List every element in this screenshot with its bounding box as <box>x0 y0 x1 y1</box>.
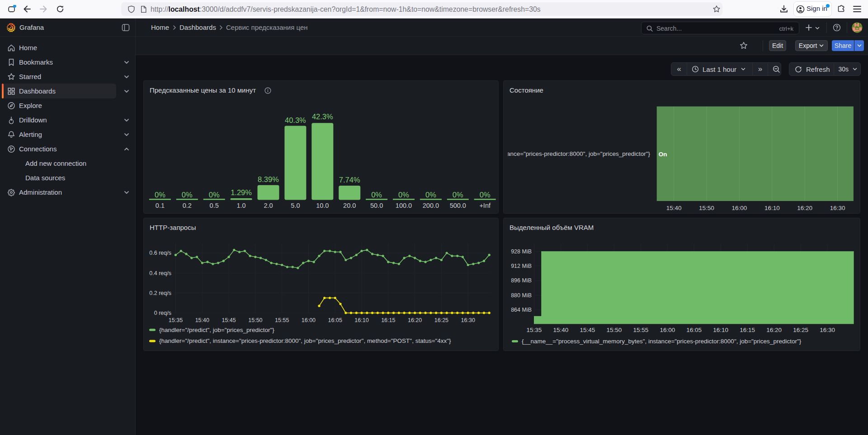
svg-text:7.74%: 7.74% <box>339 176 360 184</box>
svg-text:{instance="prices-predictor:80: {instance="prices-predictor:8000", job="… <box>504 150 650 157</box>
svg-text:16:10: 16:10 <box>713 327 728 333</box>
svg-text:+Inf: +Inf <box>479 202 491 209</box>
svg-text:0%: 0% <box>453 191 463 199</box>
svg-text:912 MiB: 912 MiB <box>511 263 532 269</box>
svg-text:5.0: 5.0 <box>291 202 300 209</box>
svg-text:15:50: 15:50 <box>699 205 714 211</box>
svg-text:16:20: 16:20 <box>408 317 422 323</box>
svg-text:16:30: 16:30 <box>830 205 845 211</box>
svg-text:0%: 0% <box>155 191 165 199</box>
svg-text:20.0: 20.0 <box>343 202 356 209</box>
svg-text:50.0: 50.0 <box>370 202 383 209</box>
svg-text:0.1: 0.1 <box>156 202 165 209</box>
svg-text:8.39%: 8.39% <box>258 175 279 183</box>
svg-text:0%: 0% <box>425 191 436 199</box>
svg-text:928 MiB: 928 MiB <box>511 248 532 255</box>
svg-text:500.0: 500.0 <box>450 202 466 209</box>
svg-text:16:00: 16:00 <box>302 317 316 323</box>
svg-text:200.0: 200.0 <box>423 202 439 209</box>
svg-text:15:40: 15:40 <box>666 205 682 211</box>
svg-text:15:55: 15:55 <box>275 317 289 323</box>
svg-text:0%: 0% <box>209 191 220 199</box>
svg-text:0%: 0% <box>182 191 193 199</box>
svg-text:{__name__="process_virtual_mem: {__name__="process_virtual_memory_bytes"… <box>522 338 802 345</box>
svg-text:100.0: 100.0 <box>396 202 412 209</box>
svg-text:15:50: 15:50 <box>248 317 262 323</box>
svg-text:{handler="/predict", job="pric: {handler="/predict", job="prices_predict… <box>159 327 274 333</box>
svg-text:16:00: 16:00 <box>660 327 675 333</box>
svg-text:16:30: 16:30 <box>820 327 835 333</box>
svg-text:16:15: 16:15 <box>381 317 395 323</box>
svg-text:2.0: 2.0 <box>264 202 273 209</box>
svg-text:0%: 0% <box>371 191 382 199</box>
svg-text:On: On <box>659 151 667 158</box>
svg-text:1.0: 1.0 <box>237 202 246 209</box>
svg-text:0%: 0% <box>480 191 491 199</box>
svg-text:0.2: 0.2 <box>183 202 192 209</box>
svg-text:0%: 0% <box>398 191 409 199</box>
svg-text:896 MiB: 896 MiB <box>511 277 532 284</box>
svg-text:0.5: 0.5 <box>210 202 219 209</box>
svg-text:15:45: 15:45 <box>222 317 236 323</box>
svg-text:1.29%: 1.29% <box>231 188 252 196</box>
svg-text:16:05: 16:05 <box>686 327 702 333</box>
svg-text:15:35: 15:35 <box>527 327 542 333</box>
svg-text:16:00: 16:00 <box>732 205 747 211</box>
svg-text:16:20: 16:20 <box>797 205 812 211</box>
svg-text:10.0: 10.0 <box>316 202 329 209</box>
svg-text:{handler="/predict", instance=: {handler="/predict", instance="prices-pr… <box>159 337 451 344</box>
svg-text:16:25: 16:25 <box>793 327 808 333</box>
svg-text:16:15: 16:15 <box>740 327 755 333</box>
svg-text:15:40: 15:40 <box>553 327 569 333</box>
svg-text:0 req/s: 0 req/s <box>154 310 171 316</box>
svg-text:15:35: 15:35 <box>169 317 183 323</box>
svg-text:16:10: 16:10 <box>354 317 368 323</box>
svg-text:15:55: 15:55 <box>633 327 648 333</box>
svg-text:16:30: 16:30 <box>461 317 475 323</box>
svg-text:42.3%: 42.3% <box>312 112 333 121</box>
svg-text:16:25: 16:25 <box>434 317 448 323</box>
svg-text:864 MiB: 864 MiB <box>511 307 532 313</box>
svg-text:15:40: 15:40 <box>195 317 209 323</box>
svg-text:0.6 req/s: 0.6 req/s <box>149 250 171 256</box>
svg-text:15:45: 15:45 <box>580 327 595 333</box>
svg-text:16:10: 16:10 <box>764 205 780 211</box>
svg-text:15:50: 15:50 <box>606 327 622 333</box>
svg-text:880 MiB: 880 MiB <box>511 292 532 299</box>
svg-text:16:20: 16:20 <box>766 327 782 333</box>
svg-text:0.4 req/s: 0.4 req/s <box>149 270 171 276</box>
svg-text:40.3%: 40.3% <box>285 116 306 124</box>
svg-text:16:05: 16:05 <box>328 317 342 323</box>
svg-text:0.2 req/s: 0.2 req/s <box>149 290 171 296</box>
